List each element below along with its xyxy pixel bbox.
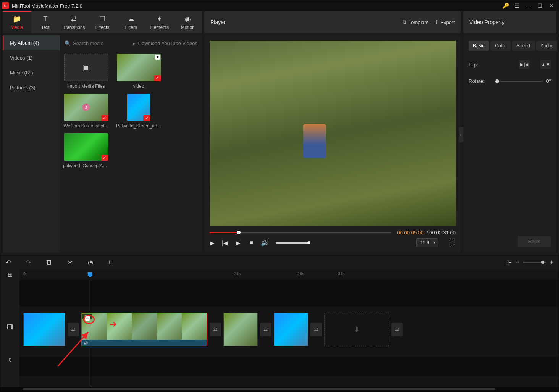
transition-slot-3[interactable]: ⇄ (260, 323, 271, 336)
rotate-slider[interactable] (495, 81, 543, 82)
add-track-button[interactable]: ⊞ (0, 269, 19, 280)
crop-button[interactable]: ⌗ (108, 259, 112, 266)
tab-media[interactable]: 📁Media (3, 11, 31, 33)
player-area: 00:00:05.00 / 00:00:31.00 ▶ |◀ ▶| ■ 🔊 16… (204, 35, 461, 253)
play-button[interactable]: ▶ (210, 239, 214, 247)
reset-button[interactable]: Reset (518, 236, 551, 247)
upgrade-key-icon[interactable]: 🔑 (502, 3, 509, 9)
sidebar-item-music[interactable]: Music (88) (3, 65, 60, 80)
fullscreen-button[interactable]: ⛶ (449, 239, 456, 246)
elements-icon: ✦ (157, 15, 162, 23)
hamburger-menu-icon[interactable]: ☰ (511, 0, 523, 11)
property-tabs: Basic Color Speed Audio (469, 41, 551, 51)
prop-tab-audio[interactable]: Audio (536, 41, 557, 51)
flip-label: Flip: (469, 62, 491, 68)
effects-icon: ❐ (99, 15, 105, 23)
tab-filters[interactable]: ☁Filters (116, 11, 145, 33)
tab-effects[interactable]: ❐Effects (88, 11, 117, 33)
media-grid: ▣ Import Media Files ■ ✓ video 3 ✓ (60, 51, 202, 253)
speed-button[interactable]: ◔ (88, 259, 93, 266)
audio-track-icon: ♫ (0, 348, 19, 371)
media-item-video[interactable]: ■ ✓ video (116, 54, 162, 89)
check-icon: ✓ (143, 115, 150, 121)
property-panel: › Basic Color Speed Audio Flip: ▶|◀ ▲▼ R… (463, 35, 556, 253)
speaker-icon: 🔊 (83, 341, 88, 345)
folder-icon: ▣ (82, 63, 90, 73)
transition-slot-2[interactable]: ⇄ (210, 323, 221, 336)
property-header: Video Property (463, 11, 556, 33)
motion-icon: ◉ (185, 15, 191, 23)
clip-placeholder[interactable]: ⬇ (324, 313, 389, 346)
player-header: Player ⧉Template ⤴Export (204, 11, 461, 33)
redo-button[interactable]: ↷ (26, 259, 31, 266)
player-controls: ▶ |◀ ▶| ■ 🔊 16:9 ⛶ (210, 238, 456, 247)
volume-slider[interactable] (276, 242, 310, 244)
count-badge: 3 (82, 103, 90, 111)
timeline-toolbar: ↶ ↷ 🗑 ✂ ◔ ⌗ ⊪ − + (0, 255, 559, 269)
timeline-clip-2-selected[interactable]: 16s 🔊 (81, 313, 207, 346)
maximize-button[interactable]: ☐ (534, 0, 546, 11)
export-button[interactable]: ⤴Export (435, 19, 455, 25)
playhead-line (90, 280, 90, 387)
total-time: 00:00:31.00 (429, 230, 456, 236)
transition-slot-5[interactable]: ⇄ (391, 323, 403, 336)
import-media-item[interactable]: ▣ Import Media Files (63, 54, 109, 89)
youtube-icon: ▸ (133, 40, 136, 46)
playhead-handle[interactable] (88, 272, 92, 277)
split-button[interactable]: ✂ (68, 259, 73, 266)
tab-elements[interactable]: ✦Elements (145, 11, 174, 33)
volume-icon[interactable]: 🔊 (261, 239, 268, 247)
rotate-label: Rotate: (469, 78, 491, 84)
video-badge-icon: ■ (155, 55, 160, 60)
video-preview[interactable] (210, 41, 456, 226)
transitions-icon: ⇄ (71, 15, 77, 23)
timeline-clip-3[interactable] (223, 313, 258, 346)
zoom-slider[interactable] (523, 262, 546, 263)
tab-transitions[interactable]: ⇄Transitions (60, 11, 88, 33)
seek-bar[interactable]: 00:00:05.00 / 00:00:31.00 (210, 231, 456, 234)
timeline-ruler[interactable]: 0s 5s 21s 26s 31s (19, 269, 559, 280)
timeline-horizontal-scrollbar[interactable] (0, 387, 559, 392)
close-button[interactable]: ✕ (546, 0, 557, 11)
flip-vertical-button[interactable]: ▲▼ (540, 60, 551, 69)
media-item-palworld-steam[interactable]: ✓ Palworld_Steam_art... (116, 94, 162, 129)
prop-tab-basic[interactable]: Basic (469, 41, 489, 51)
tab-text[interactable]: TText (31, 11, 60, 33)
sidebar-item-my-album[interactable]: My Album (4) (3, 35, 60, 50)
panel-collapse-toggle[interactable]: › (459, 127, 463, 142)
prev-frame-button[interactable]: |◀ (222, 239, 228, 247)
timeline: ↶ ↷ 🗑 ✂ ◔ ⌗ ⊪ − + ⊞ 🎞 ♫ 0s (0, 255, 559, 392)
download-youtube-button[interactable]: ▸ Download YouTube Videos (133, 40, 197, 46)
template-icon: ⧉ (403, 19, 406, 25)
undo-button[interactable]: ↶ (6, 259, 11, 266)
transition-slot-1[interactable]: ⇄ (68, 323, 79, 336)
timeline-clip-4[interactable] (274, 313, 308, 346)
sidebar-item-pictures[interactable]: Pictures (3) (3, 80, 60, 95)
tab-motion[interactable]: ◉Motion (173, 11, 202, 33)
search-input[interactable]: 🔍 Search media (65, 40, 133, 46)
aspect-ratio-select[interactable]: 16:9 (416, 238, 438, 247)
flip-horizontal-button[interactable]: ▶|◀ (519, 60, 530, 69)
next-frame-button[interactable]: ▶| (236, 239, 242, 247)
export-icon: ⤴ (435, 19, 438, 25)
prop-tab-speed[interactable]: Speed (512, 41, 535, 51)
prop-tab-color[interactable]: Color (490, 41, 511, 51)
minimize-button[interactable]: — (523, 0, 534, 11)
timeline-zoom: ⊪ − + (506, 259, 553, 266)
video-track-icon: 🎞 (0, 307, 19, 348)
zoom-in-button[interactable]: + (550, 259, 553, 266)
text-icon: T (43, 15, 47, 23)
delete-button[interactable]: 🗑 (46, 259, 52, 266)
sidebar-item-videos[interactable]: Videos (1) (3, 50, 60, 65)
zoom-out-button[interactable]: − (515, 259, 519, 266)
check-icon: ✓ (101, 155, 108, 161)
timeline-tracks[interactable]: 0s 5s 21s 26s 31s ⇄ 16s (19, 269, 559, 387)
media-item-palworld-concept[interactable]: ✓ palworld_ConceptArt... (63, 133, 109, 168)
timeline-clip-1[interactable] (23, 313, 65, 346)
stop-button[interactable]: ■ (249, 239, 253, 246)
template-button[interactable]: ⧉Template (403, 19, 429, 25)
media-item-wecom[interactable]: 3 ✓ WeCom Screenshot... (63, 94, 109, 129)
transition-slot-4[interactable]: ⇄ (310, 323, 322, 336)
zoom-fit-button[interactable]: ⊪ (506, 259, 512, 266)
property-title: Video Property (469, 19, 504, 25)
